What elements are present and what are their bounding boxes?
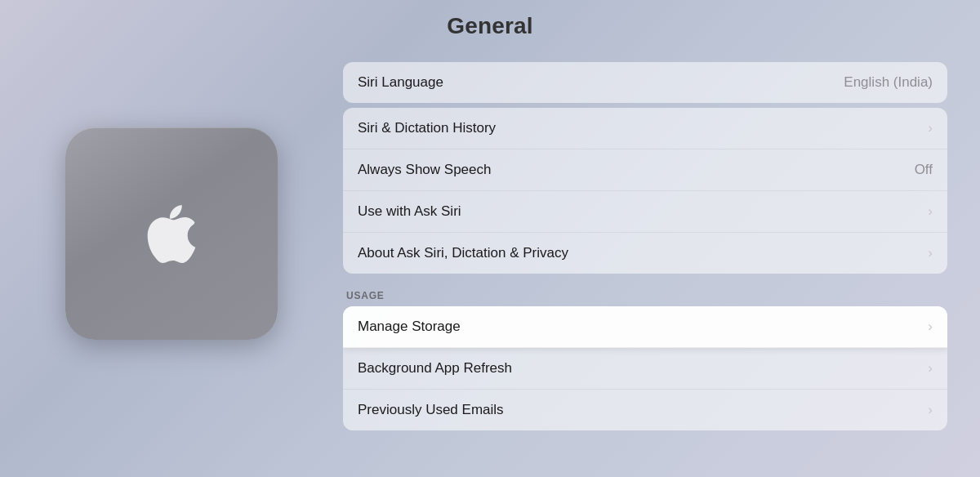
chevron-icon: › [928, 203, 933, 220]
siri-language-right: English (India) [844, 74, 933, 91]
mac-mini-device [65, 127, 278, 340]
usage-section-header: USAGE [343, 283, 947, 305]
chevron-icon: › [928, 245, 933, 261]
background-app-refresh-row[interactable]: Background App Refresh › [343, 348, 947, 390]
about-ask-siri-row[interactable]: About Ask Siri, Dictation & Privacy › [343, 233, 947, 274]
manage-storage-row[interactable]: Manage Storage › [343, 306, 947, 348]
page-title: General [447, 13, 533, 39]
siri-dictation-history-label: Siri & Dictation History [358, 120, 496, 136]
always-show-speech-value: Off [915, 162, 933, 178]
previously-used-emails-row[interactable]: Previously Used Emails › [343, 390, 947, 430]
chevron-icon: › [928, 319, 933, 335]
settings-list-panel: Siri Language English (India) Siri & Dic… [343, 62, 947, 434]
content-area: Siri Language English (India) Siri & Dic… [0, 54, 980, 477]
usage-settings-group: Manage Storage › Background App Refresh … [343, 306, 947, 430]
always-show-speech-label: Always Show Speech [358, 162, 491, 178]
previously-used-emails-label: Previously Used Emails [358, 402, 504, 418]
about-ask-siri-label: About Ask Siri, Dictation & Privacy [358, 245, 568, 261]
chevron-icon: › [928, 120, 933, 136]
always-show-speech-row[interactable]: Always Show Speech Off [343, 149, 947, 191]
siri-language-label: Siri Language [358, 74, 443, 91]
use-with-ask-siri-row[interactable]: Use with Ask Siri › [343, 191, 947, 233]
device-panel [33, 70, 310, 397]
siri-settings-group: Siri & Dictation History › Always Show S… [343, 108, 947, 274]
manage-storage-label: Manage Storage [358, 319, 461, 335]
background-app-refresh-label: Background App Refresh [358, 360, 512, 377]
siri-language-group: Siri Language English (India) [343, 62, 947, 103]
siri-dictation-history-row[interactable]: Siri & Dictation History › [343, 108, 947, 149]
use-with-ask-siri-label: Use with Ask Siri [358, 203, 461, 220]
siri-language-row[interactable]: Siri Language English (India) [343, 62, 947, 103]
chevron-icon: › [928, 360, 933, 377]
apple-logo-icon [139, 201, 204, 266]
chevron-icon: › [928, 402, 933, 418]
siri-language-value: English (India) [844, 74, 933, 91]
